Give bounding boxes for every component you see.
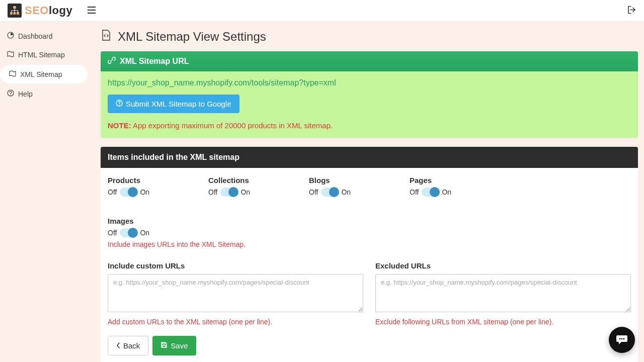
sidebar-item-dashboard[interactable]: Dashboard <box>0 27 91 45</box>
svg-rect-2 <box>14 12 16 15</box>
xml-url-panel-heading: XML Sitemap URL <box>101 51 638 71</box>
include-urls-block: Include custom URLs Add custom URLs to t… <box>108 261 363 326</box>
note-prefix: NOTE: <box>108 121 131 130</box>
sidebar: Dashboard HTML Sitemap XML Sitemap Help <box>0 22 91 362</box>
help-circle-icon <box>116 100 123 108</box>
main-content: XML Sitemap View Settings XML Sitemap UR… <box>91 22 644 362</box>
toggle-label: Collections <box>208 176 289 185</box>
exclude-urls-help: Exclude following URLs from XML sitemap … <box>375 318 631 326</box>
toggle-collections: Collections Off On <box>208 176 289 197</box>
toggle-off-text: Off <box>108 229 117 237</box>
include-urls-input[interactable] <box>108 274 363 312</box>
page-title-text: XML Sitemap View Settings <box>118 30 266 44</box>
sidebar-item-label: Dashboard <box>18 32 53 40</box>
map-icon <box>7 50 14 59</box>
sidebar-item-xml-sitemap[interactable]: XML Sitemap <box>0 65 88 83</box>
panel-heading-text: XML Sitemap URL <box>120 57 189 66</box>
exclude-urls-block: Excluded URLs Exclude following URLs fro… <box>375 261 631 326</box>
toggle-on-text: On <box>240 188 250 196</box>
include-urls-help: Add custom URLs to the XML sitemap (one … <box>108 318 363 326</box>
toggle-on-text: On <box>140 229 149 237</box>
toggle-label: Pages <box>410 176 490 185</box>
items-panel: Items included in the XML sitemap Produc… <box>101 147 638 362</box>
topbar: SEOlogy <box>0 0 644 22</box>
toggle-on-text: On <box>341 188 351 196</box>
submit-sitemap-label: Submit XML Sitemap to Google <box>126 100 231 108</box>
page-title: XML Sitemap View Settings <box>101 29 638 44</box>
include-urls-label: Include custom URLs <box>108 261 363 270</box>
toggle-switch[interactable] <box>120 188 137 197</box>
note-text: App exporting maximum of 20000 products … <box>131 121 333 130</box>
menu-toggle-icon[interactable] <box>88 6 96 16</box>
save-button-label: Save <box>171 341 188 350</box>
back-button[interactable]: Back <box>108 336 148 355</box>
toggle-off-text: Off <box>410 188 419 196</box>
sitemap-url[interactable]: https://your_shop_name.myshopify.com/too… <box>108 78 631 87</box>
logo-text-seo: SEO <box>25 4 49 17</box>
file-code-icon <box>101 29 112 44</box>
help-icon <box>7 89 14 98</box>
toggle-off-text: Off <box>208 188 217 196</box>
toggle-images-help: Include images URLs into the XML Sitemap… <box>108 240 246 248</box>
save-icon <box>160 341 168 350</box>
chat-icon <box>615 333 628 347</box>
sidebar-item-html-sitemap[interactable]: HTML Sitemap <box>0 45 91 64</box>
exclude-urls-label: Excluded URLs <box>375 261 631 270</box>
xml-url-panel: XML Sitemap URL https://your_shop_name.m… <box>101 51 638 138</box>
link-icon <box>108 56 116 66</box>
svg-point-7 <box>619 338 621 339</box>
toggle-products: Products Off On <box>108 176 188 197</box>
sidebar-item-label: Help <box>18 90 33 98</box>
export-note: NOTE: App exporting maximum of 20000 pro… <box>108 121 631 130</box>
sidebar-item-label: HTML Sitemap <box>18 51 65 59</box>
chat-widget[interactable] <box>609 327 635 353</box>
app-logo[interactable]: SEOlogy <box>8 4 72 18</box>
svg-point-8 <box>621 338 623 339</box>
toggle-blogs: Blogs Off On <box>309 176 389 197</box>
items-panel-heading: Items included in the XML sitemap <box>101 147 638 168</box>
exclude-urls-input[interactable] <box>375 274 631 312</box>
toggle-switch[interactable] <box>220 188 237 197</box>
toggle-label: Products <box>108 176 188 185</box>
sidebar-item-help[interactable]: Help <box>0 84 91 103</box>
logout-icon[interactable] <box>627 6 636 16</box>
toggle-on-text: On <box>442 188 451 196</box>
svg-point-9 <box>623 338 625 339</box>
svg-rect-1 <box>10 12 13 15</box>
svg-rect-0 <box>13 6 16 9</box>
submit-sitemap-button[interactable]: Submit XML Sitemap to Google <box>108 95 239 113</box>
toggle-pages: Pages Off On <box>410 176 490 197</box>
dashboard-icon <box>7 32 14 40</box>
map-icon <box>9 70 16 78</box>
toggle-images: Images Off On Include images URLs into t… <box>108 217 246 248</box>
toggle-off-text: Off <box>108 188 117 196</box>
toggle-switch[interactable] <box>120 228 137 237</box>
toggle-off-text: Off <box>309 188 318 196</box>
toggle-switch[interactable] <box>321 188 338 197</box>
save-button[interactable]: Save <box>152 336 196 355</box>
chevron-left-icon <box>116 341 120 350</box>
logo-text-logy: logy <box>49 4 72 17</box>
toggle-label: Blogs <box>309 176 389 185</box>
logo-mark-icon <box>8 4 22 18</box>
svg-rect-3 <box>17 12 19 15</box>
back-button-label: Back <box>123 341 140 350</box>
toggle-label: Images <box>108 217 246 225</box>
toggle-row: Products Off On Collections Off On <box>108 176 631 248</box>
sidebar-item-label: XML Sitemap <box>20 70 62 78</box>
toggle-on-text: On <box>140 188 149 196</box>
toggle-switch[interactable] <box>422 188 439 197</box>
